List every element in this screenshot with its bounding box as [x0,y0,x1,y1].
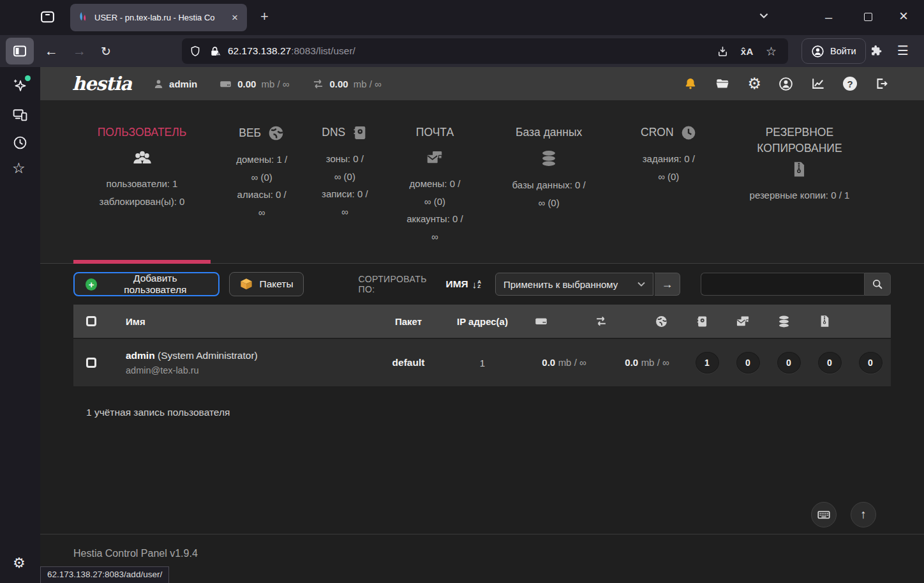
database-icon [493,149,605,167]
user-icon [153,79,164,89]
bookmark-star-icon[interactable]: ☆ [766,44,777,59]
translate-icon[interactable]: x̂A [741,46,754,57]
extensions-puzzle-icon[interactable] [870,43,883,57]
stat-dns[interactable]: DNS зоны: 0 / ∞ (0) записи: 0 / ∞ [313,125,376,263]
row-backup-count-badge: 0 [859,352,883,374]
plus-icon: + [86,278,97,291]
sidebar-settings-gear-icon[interactable]: ⚙ [13,556,26,570]
menu-icon[interactable]: ☰ [897,43,909,58]
column-backup-icon [804,315,845,328]
logout-icon[interactable] [874,77,888,91]
ai-chat-icon[interactable] [12,78,28,94]
mail-icon [396,149,473,166]
bandwidth-usage: 0.00 mb / ∞ [311,77,382,91]
column-bandwidth-icon [562,314,641,328]
row-web-count-badge: 1 [696,352,719,374]
tab-close-icon[interactable]: × [229,11,241,24]
tab-list-chevron-icon[interactable] [759,13,768,19]
row-checkbox[interactable] [86,358,96,368]
column-mail-icon [722,315,763,328]
minimize-button[interactable]: – [825,10,832,25]
bookmarks-star-icon[interactable]: ☆ [12,161,26,176]
column-web-icon [641,315,682,328]
link-preview-statusbar: 62.173.138.27:8083/add/user/ [40,566,169,583]
maximize-button[interactable] [864,13,872,21]
hestia-app: hestia admin 0.00 mb / ∞ 0.00 mb / ∞ [40,67,924,583]
bulk-action-select[interactable]: Применить к выбранному [495,273,653,296]
sort-az-icon: ↓ AZ [472,279,481,290]
users-table: Имя Пакет IP адрес(а) [73,305,891,386]
search-input[interactable] [701,273,864,296]
active-tab-underline [73,260,211,264]
file-manager-folder-icon[interactable] [715,77,730,91]
forward-button[interactable]: → [69,35,90,67]
disk-usage: 0.00 mb / ∞ [219,77,289,91]
reload-button[interactable]: ↻ [97,35,115,67]
account-icon [811,45,824,58]
back-button[interactable]: ← [41,35,62,67]
add-user-button[interactable]: + Добавить пользователя [73,272,220,296]
hestia-logo[interactable]: hestia [72,73,131,95]
packages-button[interactable]: Пакеты [229,272,304,296]
column-database-icon [763,315,804,328]
column-dns-icon [682,315,722,328]
stat-database[interactable]: База данных базы данных: 0 / ∞ (0) [493,125,605,263]
table-header-row: Имя Пакет IP адрес(а) [73,305,891,338]
clock-icon [680,125,697,141]
users-icon [73,149,211,166]
firefox-view-icon[interactable] [40,9,56,25]
ai-new-badge [25,75,31,81]
stat-mail[interactable]: ПОЧТА домены: 0 / ∞ (0) аккаунты: 0 / ∞ [396,125,473,263]
stat-user[interactable]: ПОЛЬЗОВАТЕЛЬ пользователи: 1 заблокирова… [73,125,211,263]
download-icon[interactable] [717,45,729,57]
keyboard-shortcuts-icon[interactable] [811,502,837,527]
transfer-icon [311,77,325,91]
row-package: default [373,357,444,368]
url-bar[interactable]: 62.173.138.27:8083/list/user/ x̂A ☆ [182,38,788,64]
stat-backup[interactable]: РЕЗЕРВНОЕ КОПИРОВАНИЕ резервные копии: 0… [733,125,867,263]
browser-sidebar: ☆ ⚙ [0,67,40,583]
hard-drive-icon [219,77,232,91]
new-tab-button[interactable]: + [255,7,274,26]
history-clock-icon[interactable] [12,135,28,151]
stat-web[interactable]: ВЕБ домены: 1 / ∞ (0) алиасы: 0 / ∞ [230,125,294,263]
search-icon[interactable] [864,273,891,296]
sort-control[interactable]: СОРТИРОВАТЬ ПО: ИМЯ ↓ AZ [359,274,481,294]
disk-value: 0.00 [237,79,256,89]
column-package: Пакет [373,316,444,327]
package-box-icon [239,278,253,291]
server-settings-gear-icon[interactable]: ⚙ [747,76,761,91]
row-database-count-badge: 0 [818,352,842,374]
url-host: 62.173.138.27 [228,45,291,57]
backup-icon [792,161,807,178]
statistics-chart-icon[interactable] [810,77,826,91]
list-toolbar: + Добавить пользователя Пакеты СОРТИРОВА… [40,264,924,305]
table-row[interactable]: admin (System Administrator) admin@tex-l… [73,339,891,386]
current-user[interactable]: admin [153,79,197,89]
column-name[interactable]: Имя [109,316,373,327]
row-disk-usage: 0.0 mb / ∞ [521,357,607,368]
username: admin [169,79,197,89]
tracking-shield-icon[interactable] [190,45,201,57]
sidebar-toggle-button[interactable] [6,38,34,64]
globe-icon [267,125,285,142]
stat-cron[interactable]: CRON задания: 0 / ∞ (0) [624,125,713,263]
help-icon[interactable]: ? [843,77,857,91]
apply-action-button[interactable]: → [655,273,680,296]
row-username[interactable]: admin [126,350,155,361]
tab-title: USER - pn.tex-lab.ru - Hestia Co [94,13,222,22]
browser-navbar: ← → ↻ 62.173.138.27:8083/list/user/ x̂A … [0,35,924,67]
lock-warning-icon[interactable] [209,45,221,57]
disk-unit: mb / ∞ [261,79,289,89]
browser-tab[interactable]: USER - pn.tex-lab.ru - Hestia Co × [70,4,247,31]
notifications-bell-icon[interactable] [683,77,697,91]
stats-panel: ПОЛЬЗОВАТЕЛЬ пользователи: 1 заблокирова… [40,100,924,264]
profile-icon[interactable] [779,77,793,91]
scroll-top-icon[interactable]: ↑ [851,502,876,527]
login-label: Войти [830,46,856,56]
synced-tabs-icon[interactable] [12,107,28,123]
login-button[interactable]: Войти [801,38,866,64]
close-window-button[interactable]: × [899,7,908,25]
select-all-checkbox[interactable] [86,316,96,326]
browser-titlebar: USER - pn.tex-lab.ru - Hestia Co × + – × [0,0,924,35]
